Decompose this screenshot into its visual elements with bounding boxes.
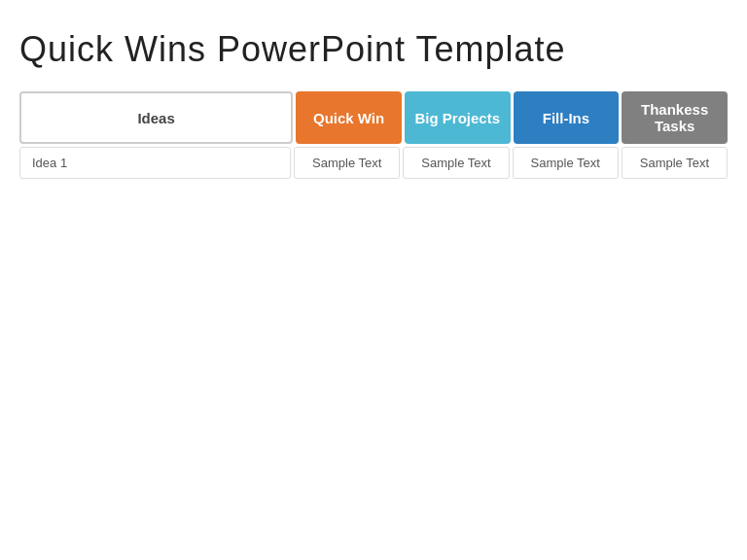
header-ideas: Ideas bbox=[19, 91, 293, 144]
header-bigprojects: Big Projects bbox=[405, 91, 511, 144]
cell-thankless-1: Sample Text bbox=[622, 147, 728, 179]
header-fillins: Fill-Ins bbox=[514, 91, 620, 144]
page-title: Quick Wins PowerPoint Template bbox=[19, 29, 728, 70]
cell-fillins-1: Sample Text bbox=[513, 147, 619, 179]
cell-ideas-1: Idea 1 bbox=[19, 147, 291, 179]
header-thankless: Thankess Tasks bbox=[622, 91, 728, 144]
table-header-row: Ideas Quick Win Big Projects Fill-Ins Th… bbox=[19, 91, 728, 144]
page-container: Quick Wins PowerPoint Template Ideas Qui… bbox=[0, 0, 747, 198]
header-quickwin: Quick Win bbox=[296, 91, 402, 144]
cell-bigprojects-1: Sample Text bbox=[403, 147, 509, 179]
table-row: Idea 1 Sample Text Sample Text Sample Te… bbox=[19, 147, 728, 179]
cell-quickwin-1: Sample Text bbox=[294, 147, 400, 179]
